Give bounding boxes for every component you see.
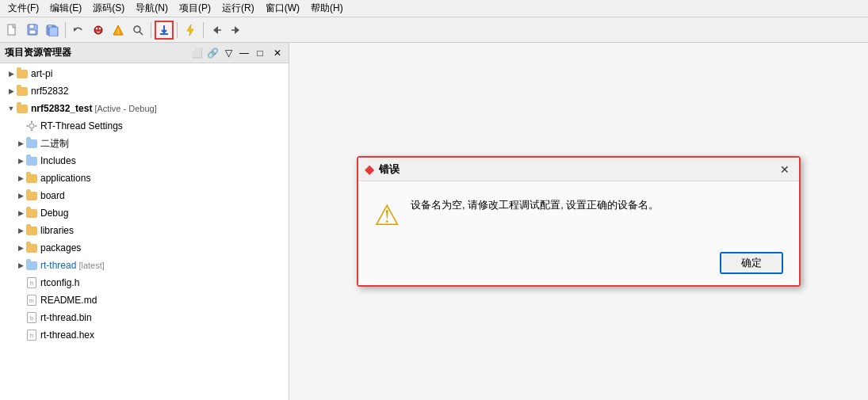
label-board: board [40,190,65,201]
folder-icon-applications [25,172,38,185]
separator-4 [203,22,204,38]
tree-item-nrf52832[interactable]: ▶ nrf52832 [0,82,289,100]
svg-rect-26 [35,125,37,127]
folder-icon-board [25,189,38,202]
collapse-arrow-debug: ▶ [16,208,25,218]
svg-rect-3 [29,30,36,34]
label-libraries: libraries [40,225,74,236]
tree-item-art-pi[interactable]: ▶ art-pi [0,65,289,82]
collapse-arrow-nrf52832: ▶ [6,86,16,96]
svg-line-15 [140,32,143,35]
tree-item-nrf52832-test[interactable]: ▼ nrf52832_test [Active - Debug] [0,100,289,117]
ok-button[interactable]: 确定 [720,252,783,274]
back-button[interactable] [207,21,226,40]
dialog-titlebar: ◆ 错误 ✕ [358,158,799,181]
menu-source[interactable]: 源码(S) [88,1,129,16]
tree-item-libraries[interactable]: ▶ libraries [0,222,289,239]
folder-icon-packages [25,242,38,254]
flash-button[interactable] [181,21,200,40]
warning-icon: ⚠ [374,199,400,232]
tree-item-packages[interactable]: ▶ packages [0,239,289,257]
collapse-arrow-board: ▶ [16,191,25,200]
error-dialog: ◆ 错误 ✕ ⚠ 设备名为空, 请修改工程调试配置, 设置正确的设备名。 确定 [357,156,801,287]
dialog-message: 设备名为空, 请修改工程调试配置, 设置正确的设备名。 [411,197,783,214]
svg-point-22 [29,124,34,128]
tree-item-readme-md[interactable]: m README.md [0,291,289,309]
bug-icon-button[interactable] [89,21,108,40]
tree-item-rt-thread-settings[interactable]: RT-Thread Settings [0,117,289,135]
label-rt-thread-hex: rt-thread.hex [40,330,94,341]
save-button[interactable] [23,21,42,40]
label-binary: 二进制 [40,137,69,150]
svg-rect-25 [27,125,29,127]
tree-item-board[interactable]: ▶ board [0,187,289,204]
sidebar-tree: ▶ art-pi ▶ nrf52832 ▼ nrf52832_test [Act… [0,63,289,400]
label-art-pi: art-pi [31,68,52,79]
svg-point-14 [134,26,140,32]
collapse-arrow-nrf52832-test: ▼ [6,104,16,113]
tree-item-rt-thread-hex[interactable]: h rt-thread.hex [0,326,289,344]
label-rt-thread: rt-thread [latest] [40,260,105,271]
svg-text:!: ! [117,28,120,36]
main-area: 项目资源管理器 ⬜ 🔗 ▽ — □ ✕ ▶ art-pi ▶ [0,43,868,400]
menu-file[interactable]: 文件(F) [3,1,44,16]
label-rt-thread-bin: rt-thread.bin [40,312,92,323]
tree-item-includes[interactable]: ▶ Includes [0,152,289,170]
folder-icon-libraries [25,224,38,237]
tree-item-applications[interactable]: ▶ applications [0,170,289,187]
collapse-arrow-libraries: ▶ [16,226,25,235]
collapse-arrow-binary: ▶ [16,139,25,148]
file-icon-rt-thread-bin: b [25,311,38,324]
menu-edit[interactable]: 编辑(E) [45,1,86,16]
tree-item-binary[interactable]: ▶ 二进制 [0,135,289,152]
separator-2 [151,22,151,38]
label-applications: applications [40,173,90,184]
tree-item-rtconfig-h[interactable]: h rtconfig.h [0,274,289,291]
menu-run[interactable]: 运行(R) [217,1,259,16]
label-nrf52832: nrf52832 [31,86,68,97]
label-readme-md: README.md [40,295,97,306]
folder-icon-nrf52832 [16,85,29,97]
new-button[interactable] [3,21,22,40]
toolbar: ! [0,17,868,43]
folder-icon-rt-thread [25,259,38,272]
save-all-button[interactable] [43,21,62,40]
folder-icon-art-pi [16,67,29,80]
settings-icon [25,120,38,132]
menu-help[interactable]: 帮助(H) [306,1,348,16]
collapse-all-icon[interactable]: ⬜ [190,47,203,59]
minimize-icon[interactable]: — [238,47,250,59]
folder-icon-debug [25,207,38,219]
collapse-arrow-applications: ▶ [16,173,25,183]
build-button[interactable]: ! [109,21,128,40]
undo-button[interactable] [69,21,88,40]
svg-marker-17 [187,25,193,36]
forward-button[interactable] [227,21,246,40]
tree-item-rt-thread-bin[interactable]: b rt-thread.bin [0,309,289,326]
dialog-close-button[interactable]: ✕ [777,162,793,177]
separator-1 [65,22,66,38]
search-button[interactable] [128,21,147,40]
collapse-arrow-includes: ▶ [16,156,25,166]
sync-icon[interactable]: ▽ [222,47,235,59]
file-icon-rtconfig-h: h [25,276,38,289]
maximize-icon[interactable]: □ [254,47,266,59]
label-rt-thread-settings: RT-Thread Settings [40,120,123,131]
label-packages: packages [40,242,81,253]
sidebar-header: 项目资源管理器 ⬜ 🔗 ▽ — □ ✕ [0,43,289,63]
download-button[interactable] [155,21,174,40]
folder-icon-nrf52832-test [16,102,29,115]
sidebar-header-icons: ⬜ 🔗 ▽ — □ [190,47,266,59]
folder-icon-includes [25,154,38,167]
svg-point-11 [99,27,101,29]
folder-icon-binary [25,137,38,150]
menu-project[interactable]: 项目(P) [174,1,216,16]
menu-window[interactable]: 窗口(W) [261,1,304,16]
tree-item-debug[interactable]: ▶ Debug [0,204,289,222]
menu-navigate[interactable]: 导航(N) [131,1,173,16]
link-editor-icon[interactable]: 🔗 [206,47,219,59]
close-sidebar-icon[interactable]: ✕ [271,47,284,59]
sidebar: 项目资源管理器 ⬜ 🔗 ▽ — □ ✕ ▶ art-pi ▶ [0,43,289,400]
dialog-title-text: 错误 [379,162,772,177]
tree-item-rt-thread[interactable]: ▶ rt-thread [latest] [0,257,289,274]
